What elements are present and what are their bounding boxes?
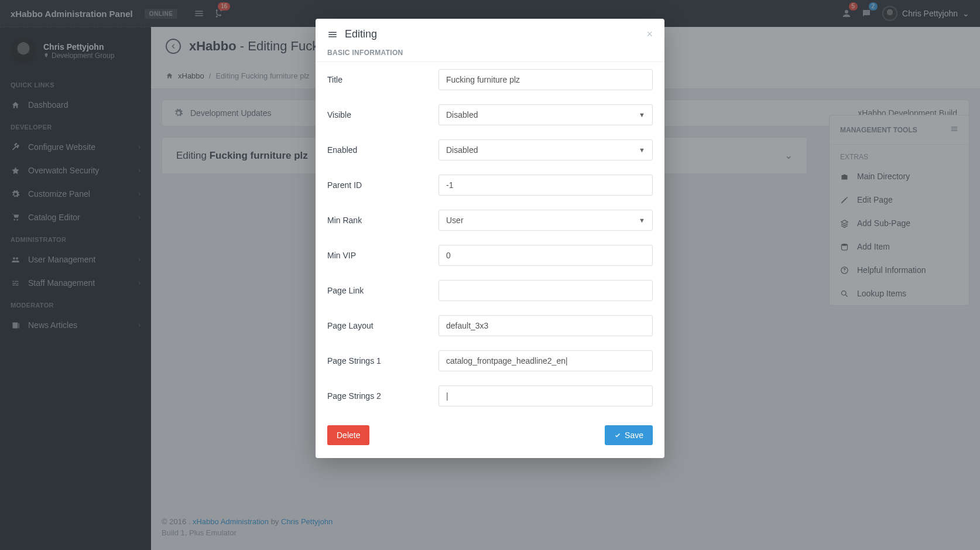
label-ps2: Page Strings 2 bbox=[327, 391, 438, 401]
select-enabled[interactable]: Disabled▼ bbox=[438, 139, 653, 160]
chevron-down-icon: ▼ bbox=[639, 146, 645, 153]
input-page-strings-2[interactable] bbox=[438, 385, 653, 406]
input-page-link[interactable] bbox=[438, 280, 653, 301]
label-title: Title bbox=[327, 75, 438, 84]
label-minrank: Min Rank bbox=[327, 216, 438, 225]
editing-modal: Editing × BASIC INFORMATION Title Visibl… bbox=[316, 19, 664, 458]
modal-title: Editing bbox=[345, 28, 377, 40]
delete-button[interactable]: Delete bbox=[327, 425, 369, 445]
hamburger-icon bbox=[327, 29, 338, 40]
input-min-vip[interactable] bbox=[438, 245, 653, 266]
label-enabled: Enabled bbox=[327, 145, 438, 155]
chevron-down-icon: ▼ bbox=[639, 217, 645, 224]
select-min-rank[interactable]: User▼ bbox=[438, 210, 653, 231]
label-ps1: Page Strings 1 bbox=[327, 356, 438, 365]
label-pagelayout: Page Layout bbox=[327, 321, 438, 330]
select-visible[interactable]: Disabled▼ bbox=[438, 104, 653, 125]
close-button[interactable]: × bbox=[646, 28, 653, 40]
save-button[interactable]: Save bbox=[605, 425, 653, 445]
label-pagelink: Page Link bbox=[327, 286, 438, 295]
input-title[interactable] bbox=[438, 69, 653, 90]
check-icon bbox=[614, 432, 621, 439]
label-parentid: Parent ID bbox=[327, 180, 438, 190]
label-minvip: Min VIP bbox=[327, 251, 438, 260]
modal-section-header: BASIC INFORMATION bbox=[316, 46, 664, 62]
input-page-layout[interactable] bbox=[438, 315, 653, 336]
chevron-down-icon: ▼ bbox=[639, 111, 645, 118]
input-parent-id[interactable] bbox=[438, 175, 653, 196]
input-page-strings-1[interactable] bbox=[438, 350, 653, 371]
label-visible: Visible bbox=[327, 110, 438, 119]
